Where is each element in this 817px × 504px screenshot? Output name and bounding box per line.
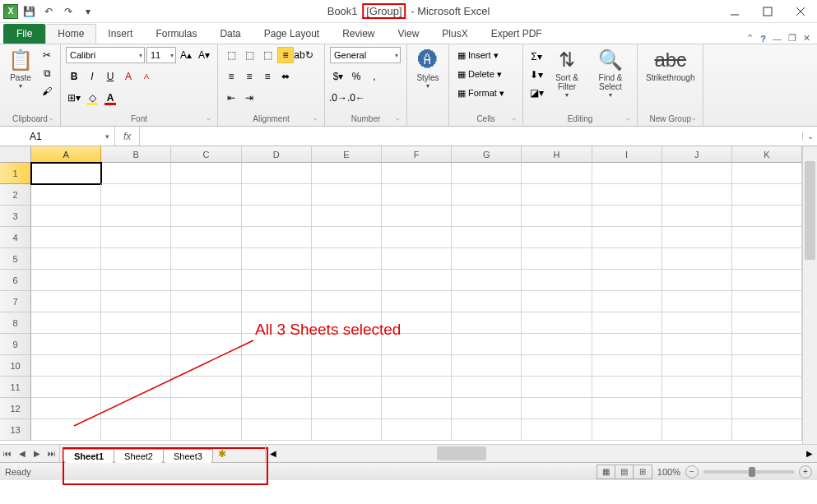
col-header[interactable]: A xyxy=(31,146,101,163)
cell[interactable] xyxy=(382,398,452,419)
cell[interactable] xyxy=(171,419,241,441)
scroll-thumb[interactable] xyxy=(805,161,815,260)
font-shrink-icon[interactable]: A xyxy=(138,68,155,85)
help-icon[interactable]: ? xyxy=(760,34,766,44)
cell[interactable] xyxy=(312,227,382,248)
tab-next-icon[interactable]: ▶ xyxy=(30,445,44,462)
align-center-icon[interactable]: ≡ xyxy=(241,68,258,85)
row-header[interactable]: 5 xyxy=(0,248,31,270)
cell[interactable] xyxy=(662,334,732,355)
col-header[interactable]: J xyxy=(662,146,732,163)
cell[interactable] xyxy=(732,227,802,248)
align-top-icon[interactable]: ⬚ xyxy=(223,47,239,63)
cell[interactable] xyxy=(101,398,171,419)
cell[interactable] xyxy=(312,163,382,184)
cell[interactable] xyxy=(171,248,241,270)
vertical-scrollbar[interactable] xyxy=(802,146,817,444)
cell[interactable] xyxy=(242,184,312,206)
align-middle-icon[interactable]: ⬚ xyxy=(241,47,258,63)
cell[interactable] xyxy=(732,184,802,206)
cell[interactable] xyxy=(31,163,101,184)
underline-button[interactable]: U xyxy=(102,68,118,85)
currency-icon[interactable]: $▾ xyxy=(330,68,346,85)
cell[interactable] xyxy=(382,163,452,184)
cell[interactable] xyxy=(732,312,802,334)
zoom-level[interactable]: 100% xyxy=(657,467,680,477)
cell[interactable] xyxy=(592,206,662,227)
name-box[interactable]: A1 xyxy=(25,127,115,146)
select-all-button[interactable] xyxy=(0,146,31,163)
italic-button[interactable]: I xyxy=(84,68,100,85)
cell[interactable] xyxy=(171,291,241,312)
file-tab[interactable]: File xyxy=(3,24,45,44)
cell[interactable] xyxy=(452,334,522,355)
ribbon-minimize-icon[interactable]: ⌃ xyxy=(746,33,754,44)
percent-icon[interactable]: % xyxy=(348,68,364,85)
tab-data[interactable]: Data xyxy=(208,24,252,44)
cell[interactable] xyxy=(101,355,171,377)
cell[interactable] xyxy=(592,270,662,291)
cell[interactable] xyxy=(732,334,802,355)
cell[interactable] xyxy=(242,270,312,291)
undo-icon[interactable]: ↶ xyxy=(39,2,58,21)
col-header[interactable]: C xyxy=(171,146,241,163)
cell[interactable] xyxy=(101,419,171,441)
cell[interactable] xyxy=(522,334,592,355)
cell[interactable] xyxy=(242,398,312,419)
cell[interactable] xyxy=(662,377,732,398)
cell[interactable] xyxy=(522,248,592,270)
cell[interactable] xyxy=(171,184,241,206)
cell[interactable] xyxy=(592,419,662,441)
workbook-close-icon[interactable]: ✕ xyxy=(803,33,810,44)
format-cells-button[interactable]: ▦Format ▾ xyxy=(454,85,508,101)
sort-filter-button[interactable]: ⇅ Sort & Filter▾ xyxy=(547,47,587,100)
font-color-button[interactable]: A xyxy=(102,90,118,106)
cell[interactable] xyxy=(452,163,522,184)
fill-icon[interactable]: ⬇▾ xyxy=(528,67,545,83)
align-bottom-icon[interactable]: ⬚ xyxy=(259,47,276,63)
cell[interactable] xyxy=(732,248,802,270)
sheet-tab[interactable]: Sheet3 xyxy=(163,449,213,463)
cell[interactable] xyxy=(592,355,662,377)
cell[interactable] xyxy=(171,163,241,184)
cell[interactable] xyxy=(312,291,382,312)
cell[interactable] xyxy=(312,206,382,227)
cell[interactable] xyxy=(382,248,452,270)
cell[interactable] xyxy=(101,291,171,312)
col-header[interactable]: K xyxy=(732,146,802,163)
cell[interactable] xyxy=(452,291,522,312)
save-icon[interactable]: 💾 xyxy=(20,2,38,21)
cell[interactable] xyxy=(592,163,662,184)
tab-prev-icon[interactable]: ◀ xyxy=(15,445,30,462)
row-header[interactable]: 12 xyxy=(0,398,31,419)
tab-formulas[interactable]: Formulas xyxy=(144,24,208,44)
zoom-slider[interactable] xyxy=(703,470,794,474)
cell[interactable] xyxy=(242,419,312,441)
cell[interactable] xyxy=(242,377,312,398)
cell[interactable] xyxy=(662,227,732,248)
align-left-icon[interactable]: ≡ xyxy=(223,68,239,85)
cell[interactable] xyxy=(732,398,802,419)
cell[interactable] xyxy=(242,206,312,227)
fill-color-button[interactable]: ◇ xyxy=(84,90,100,106)
cell[interactable] xyxy=(382,419,452,441)
row-header[interactable]: 4 xyxy=(0,227,31,248)
cell[interactable] xyxy=(382,291,452,312)
cells[interactable] xyxy=(31,163,802,444)
tab-insert[interactable]: Insert xyxy=(96,24,144,44)
cell[interactable] xyxy=(452,377,522,398)
cell[interactable] xyxy=(452,184,522,206)
tab-home[interactable]: Home xyxy=(45,24,96,44)
zoom-handle[interactable] xyxy=(749,467,755,477)
cell[interactable] xyxy=(662,398,732,419)
insert-cells-button[interactable]: ▦Insert ▾ xyxy=(454,47,502,63)
cell[interactable] xyxy=(732,270,802,291)
cell[interactable] xyxy=(242,227,312,248)
cell[interactable] xyxy=(171,377,241,398)
font-name-combo[interactable]: Calibri xyxy=(66,47,145,63)
cell[interactable] xyxy=(662,270,732,291)
cell[interactable] xyxy=(242,355,312,377)
number-format-combo[interactable]: General xyxy=(330,47,401,63)
border-button[interactable]: ⊞▾ xyxy=(66,90,82,106)
font-grow-icon[interactable]: A xyxy=(120,68,137,85)
